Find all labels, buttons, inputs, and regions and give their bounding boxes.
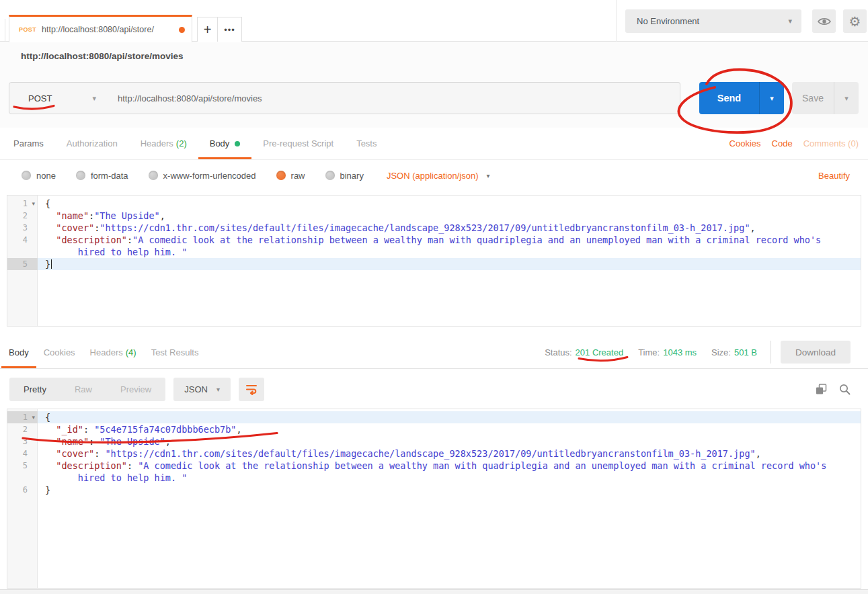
topbar: POST http://localhost:8080/api/store/ + … — [0, 0, 868, 42]
new-tab-button[interactable]: + — [197, 17, 218, 42]
save-button-group: Save ▾ — [792, 82, 859, 114]
method-select[interactable]: POST ▾ — [9, 82, 107, 114]
bottom-scrollbar-track[interactable] — [0, 589, 868, 594]
view-preview-button[interactable]: Preview — [106, 384, 165, 394]
code-line[interactable]: 6} — [7, 484, 861, 496]
send-button-label: Send — [717, 93, 741, 103]
send-options-button[interactable]: ▾ — [759, 82, 784, 114]
view-pretty-button[interactable]: Pretty — [9, 384, 61, 394]
chevron-down-icon: ▾ — [216, 386, 220, 393]
search-icon[interactable] — [839, 384, 851, 395]
response-toolbar: Pretty Raw Preview JSON ▾ — [0, 374, 868, 405]
chevron-down-icon: ▾ — [92, 94, 96, 103]
line-number: 2 — [7, 423, 38, 435]
tab-authorization[interactable]: Authorization — [55, 128, 129, 159]
line-number: 5 — [7, 460, 38, 484]
chevron-down-icon: ▾ — [788, 17, 792, 26]
response-tab-cookies[interactable]: Cookies — [36, 336, 83, 368]
line-number: 1▾ — [7, 411, 38, 423]
radio-icon — [149, 171, 158, 180]
response-header: Body Cookies Headers (4) Test Results St… — [0, 336, 868, 369]
fold-caret-icon[interactable]: ▾ — [28, 411, 35, 423]
url-input[interactable] — [106, 82, 680, 114]
tab-options-button[interactable]: ••• — [217, 17, 242, 42]
status-label: Status: — [545, 347, 571, 357]
eye-icon — [818, 17, 831, 26]
save-button[interactable]: Save — [792, 82, 834, 114]
body-type-none[interactable]: none — [22, 171, 56, 181]
line-number: 4 — [7, 234, 38, 258]
wrap-lines-button[interactable] — [239, 378, 264, 401]
request-body-editor[interactable]: 1▾{2 "name":"The Upside",3 "cover":"http… — [7, 195, 861, 327]
code-line[interactable]: 5 "description": "A comedic look at the … — [7, 460, 861, 484]
radio-selected-icon — [276, 171, 286, 180]
line-number: 1▾ — [7, 198, 38, 210]
request-title: http://localhost:8080/api/store/movies — [21, 51, 184, 61]
wrap-text-icon — [245, 383, 258, 395]
size-value: 501 B — [734, 347, 757, 357]
body-set-dot-icon — [235, 141, 240, 146]
radio-icon — [22, 171, 31, 180]
code-line[interactable]: 3 "name": "The Upside", — [7, 435, 861, 448]
tab-tests[interactable]: Tests — [345, 128, 388, 159]
code-line[interactable]: 4 "cover": "https://cdn1.thr.com/sites/d… — [7, 448, 861, 460]
size-label: Size: — [711, 347, 731, 357]
chevron-down-icon: ▾ — [770, 94, 774, 103]
code-line[interactable]: 1▾{ — [7, 411, 861, 423]
save-options-button[interactable]: ▾ — [834, 82, 859, 114]
body-type-urlencoded[interactable]: x-www-form-urlencoded — [149, 171, 256, 181]
chevron-down-icon: ▾ — [486, 172, 489, 179]
request-tabs: Params Authorization Headers (2) Body Pr… — [0, 128, 868, 160]
response-code: 1▾{2 "_id": "5c4e715fa74c07dbbb6ecb7b",3… — [7, 409, 861, 496]
save-button-label: Save — [802, 93, 824, 103]
radio-icon — [76, 171, 85, 180]
response-body-editor[interactable]: 1▾{2 "_id": "5c4e715fa74c07dbbb6ecb7b",3… — [7, 409, 861, 589]
headers-count-badge: (2) — [176, 138, 187, 148]
code-line[interactable]: 1▾{ — [7, 198, 861, 210]
body-type-form-data[interactable]: form-data — [76, 171, 128, 181]
response-view-switch: Pretty Raw Preview — [9, 378, 165, 401]
view-raw-button[interactable]: Raw — [61, 384, 106, 394]
fold-caret-icon[interactable]: ▾ — [28, 198, 35, 210]
tab-url-label: http://localhost:8080/api/store/ — [42, 25, 173, 34]
code-line[interactable]: 2 "name":"The Upside", — [7, 210, 861, 222]
tab-method-label: POST — [19, 26, 36, 33]
code-line[interactable]: 2 "_id": "5c4e715fa74c07dbbb6ecb7b", — [7, 423, 861, 435]
code-line[interactable]: 5} — [7, 258, 861, 270]
code-link[interactable]: Code — [772, 138, 793, 148]
environment-quick-look-button[interactable] — [812, 9, 836, 33]
response-tab-test-results[interactable]: Test Results — [144, 336, 206, 368]
response-format-select[interactable]: JSON ▾ — [173, 378, 231, 401]
send-button[interactable]: Send — [699, 82, 759, 114]
request-tab[interactable]: POST http://localhost:8080/api/store/ — [9, 15, 192, 42]
beautify-link[interactable]: Beautify — [818, 171, 850, 181]
cookies-link[interactable]: Cookies — [729, 138, 761, 148]
body-type-binary[interactable]: binary — [325, 171, 364, 181]
download-button[interactable]: Download — [781, 341, 851, 364]
gear-icon: ⚙ — [849, 13, 861, 30]
comments-link[interactable]: Comments (0) — [803, 138, 859, 148]
tab-body[interactable]: Body — [198, 128, 252, 159]
tab-headers[interactable]: Headers (2) — [129, 128, 198, 159]
copy-icon[interactable] — [816, 384, 827, 395]
response-actions — [816, 384, 868, 395]
code-line[interactable]: 4 "description":"A comedic look at the r… — [7, 234, 861, 258]
code-line[interactable]: 3 "cover":"https://cdn1.thr.com/sites/de… — [7, 222, 861, 234]
tab-pre-request-script[interactable]: Pre-request Script — [251, 128, 345, 159]
status-value: 201 Created — [576, 347, 624, 357]
environment-select[interactable]: No Environment ▾ — [625, 9, 801, 33]
line-number: 6 — [7, 484, 38, 496]
settings-button[interactable]: ⚙ — [843, 9, 867, 33]
method-select-label: POST — [28, 93, 52, 103]
time-label: Time: — [638, 347, 660, 357]
radio-icon — [325, 171, 335, 180]
topbar-divider — [616, 0, 617, 42]
chevron-down-icon: ▾ — [844, 94, 849, 103]
response-tab-body[interactable]: Body — [1, 336, 36, 368]
tab-params[interactable]: Params — [2, 128, 55, 159]
body-type-raw[interactable]: raw — [276, 171, 305, 181]
environment-select-label: No Environment — [637, 16, 699, 26]
plus-icon: + — [204, 22, 212, 38]
content-type-select[interactable]: JSON (application/json) ▾ — [387, 171, 490, 181]
response-tab-headers[interactable]: Headers (4) — [83, 336, 144, 368]
